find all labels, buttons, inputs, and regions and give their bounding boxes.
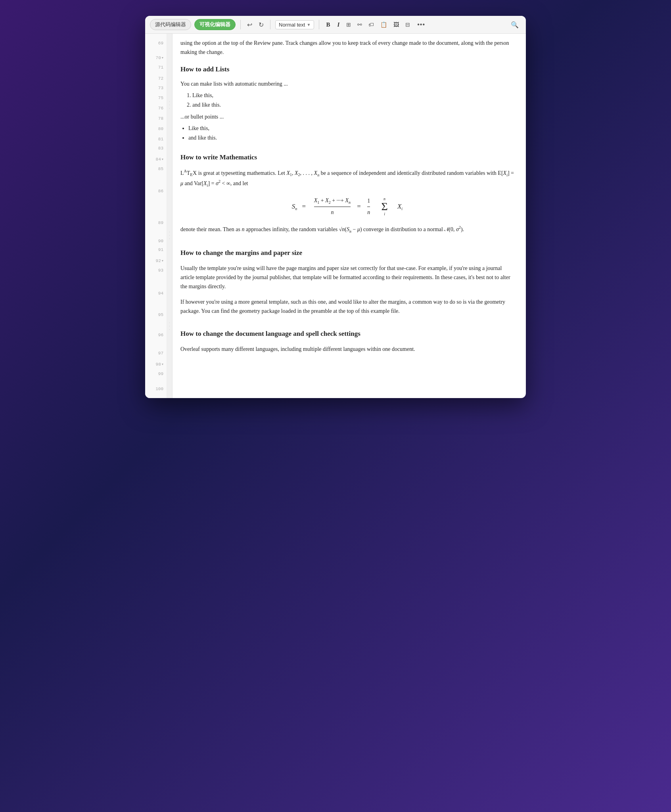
line-num-78: 78 [145,113,167,123]
collapse-icon: · · · [168,100,172,111]
sigma-container: n Σ i [381,197,387,216]
bullet-intro: ...or bullet points ... [180,112,514,121]
editor-window: 源代码编辑器 可视化编辑器 ↩ ↻ Normal text ▼ B I ⊞ ⚯ … [145,16,526,398]
section-margins-heading: How to change the margins and paper size [180,247,514,259]
fraction-numerator: X1 + X2 + ···+ Xn [314,196,351,207]
bullet-list: Like this, and like this. [180,124,514,143]
editor-body: 69 70 71 72 73 75 76 78 80 81 83 84 85 8… [145,34,526,398]
math-outro: denote their mean. Then as n approaches … [180,224,514,235]
content-area: using the option at the top of the Revie… [173,34,526,398]
fraction-numerator-2: 1 [367,196,370,207]
line-num-86: 86 [145,173,167,207]
ordered-list: Like this, and like this. [180,91,514,110]
chevron-down-icon: ▼ [307,23,311,27]
image-icon-button[interactable]: 🖼 [392,21,401,29]
toolbar-separator-3 [319,20,319,29]
tab-visual[interactable]: 可视化编辑器 [194,19,236,30]
line-num-99: 99 [145,370,167,378]
collapse-icon-3: · · · [168,321,172,332]
collapse-handle[interactable]: · · · · · · · · · [167,34,173,398]
italic-button[interactable]: I [335,21,341,29]
toolbar: 源代码编辑器 可视化编辑器 ↩ ↻ Normal text ▼ B I ⊞ ⚯ … [145,16,526,34]
line-num-80: 80 [145,123,167,134]
line-num-95: 95 [145,310,167,319]
line-num-71: 71 [145,63,167,72]
line-num-97: 97 [145,349,167,358]
line-num-72: 72 [145,72,167,84]
line-num-70: 70 [145,51,167,63]
fraction-denominator-2: n [367,207,370,217]
line-num-76: 76 [145,103,167,113]
section-language-heading: How to change the document language and … [180,328,514,340]
fraction-left: X1 + X2 + ···+ Xn n [314,196,351,217]
clipboard-icon-button[interactable]: 📋 [379,21,389,29]
toolbar-separator-1 [240,20,241,29]
line-num-94: 94 [145,275,167,310]
line-num-85: 85 [145,165,167,173]
style-dropdown[interactable]: Normal text ▼ [275,20,314,29]
grid-icon-button[interactable]: ⊞ [345,21,353,29]
sigma-subscript: i [384,212,385,216]
line-numbers: 69 70 71 72 73 75 76 78 80 81 83 84 85 8… [145,34,167,398]
language-para1: Overleaf supports many different languag… [180,345,514,354]
link-icon-button[interactable]: ⚯ [356,21,364,29]
undo-button[interactable]: ↩ [245,20,254,29]
style-label: Normal text [279,22,305,28]
toolbar-separator-2 [270,20,270,29]
line-num-83: 83 [145,144,167,153]
tag-icon-button[interactable]: 🏷 [367,21,376,29]
math-formula-block: Sn = X1 + X2 + ···+ Xn n = 1 n n Σ [180,196,514,217]
list-item: Like this, [188,124,514,133]
section-math-heading: How to write Mathematics [180,152,514,163]
math-intro: LATEX is great at typesetting mathematic… [180,168,514,189]
sigma-symbol: Σ [381,201,387,212]
table-icon-button[interactable]: ⊟ [404,21,412,29]
line-num-69: 69 [145,34,167,51]
list-item: Like this, [192,91,514,100]
fraction-denominator: n [331,207,334,217]
line-num-91: 91 [145,245,167,254]
fraction-right: 1 n [367,196,370,217]
margins-para2: If however you're using a more general t… [180,297,514,316]
line-num-98: 98 [145,358,167,370]
list-item: and like this. [192,100,514,110]
line-num-90: 90 [145,237,167,245]
line-num-81: 81 [145,134,167,144]
list-item: and like this. [188,133,514,143]
redo-button[interactable]: ↻ [257,20,265,29]
tab-source[interactable]: 源代码编辑器 [150,19,191,30]
margins-para1: Usually the template you're using will h… [180,264,514,291]
line-num-100: 100 [145,378,167,398]
more-options-button[interactable]: ••• [415,20,428,29]
line-num-75: 75 [145,92,167,103]
line-num-92: 92 [145,254,167,266]
intro-paragraph: using the option at the top of the Revie… [180,34,514,60]
section-lists-heading: How to add Lists [180,64,514,75]
line-num-73: 73 [145,84,167,92]
line-num-96: 96 [145,319,167,349]
lists-intro: You can make lists with automatic number… [180,79,514,88]
math-formula: Sn = X1 + X2 + ···+ Xn n = 1 n n Σ [292,196,403,217]
search-button[interactable]: 🔍 [508,20,521,29]
line-num-89: 89 [145,207,167,237]
bold-button[interactable]: B [324,21,332,29]
collapse-icon-2: · · · [168,230,172,241]
line-num-84: 84 [145,153,167,165]
line-num-93: 93 [145,266,167,275]
